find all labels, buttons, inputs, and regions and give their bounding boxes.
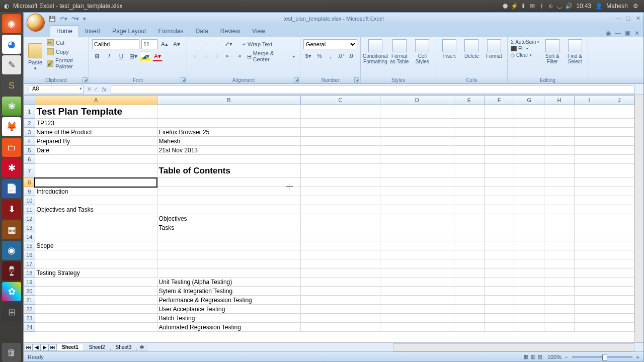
cell[interactable] xyxy=(157,119,301,128)
firefox-icon[interactable]: 🦊 xyxy=(2,117,21,136)
cell[interactable] xyxy=(574,196,604,205)
view-break-icon[interactable]: ▤ xyxy=(537,353,542,360)
chrome-icon[interactable]: ◕ xyxy=(2,35,21,54)
find-select-button[interactable]: Find & Select xyxy=(565,39,585,75)
cell[interactable] xyxy=(35,223,157,232)
cell[interactable] xyxy=(157,196,301,205)
libreoffice-writer-icon[interactable]: 📄 xyxy=(2,179,21,198)
cell[interactable]: User Acceptance Testing xyxy=(157,305,301,314)
row-header[interactable]: 8 xyxy=(24,178,35,187)
row-header[interactable]: 20 xyxy=(24,287,35,296)
cell[interactable] xyxy=(514,323,544,332)
cell[interactable] xyxy=(574,232,604,241)
cell[interactable] xyxy=(514,164,544,178)
cell[interactable] xyxy=(380,323,454,332)
cell[interactable]: Objectives and Tasks xyxy=(35,205,157,214)
cell[interactable] xyxy=(35,155,157,164)
row-header[interactable]: 18 xyxy=(24,268,35,278)
cell[interactable] xyxy=(604,314,634,323)
sort-filter-button[interactable]: Sort & Filter xyxy=(542,39,562,75)
cell[interactable] xyxy=(544,296,575,305)
network-icon[interactable]: ⎋ xyxy=(546,3,555,10)
italic-button[interactable]: I xyxy=(104,51,114,61)
cell[interactable] xyxy=(514,232,544,241)
tab-review[interactable]: Review xyxy=(214,26,246,37)
app-icon[interactable]: ✿ xyxy=(2,282,21,301)
bold-button[interactable]: B xyxy=(92,51,102,61)
cell[interactable] xyxy=(514,223,544,232)
fill-button[interactable]: ⬛Fill▾ xyxy=(511,46,539,51)
text-editor-icon[interactable]: ✎ xyxy=(2,55,21,74)
cell[interactable]: Prepared By xyxy=(35,137,157,146)
align-top-icon[interactable]: ≡ xyxy=(190,39,200,49)
vertical-scrollbar[interactable] xyxy=(634,95,643,342)
row-header[interactable]: 21 xyxy=(24,296,35,305)
column-header[interactable]: D xyxy=(380,96,454,105)
cell[interactable] xyxy=(454,223,485,232)
sheet-tab[interactable]: Sheet1 xyxy=(56,344,84,351)
app-icon[interactable]: ✱ xyxy=(2,158,21,177)
cell[interactable] xyxy=(157,155,301,164)
underline-button[interactable]: U xyxy=(116,51,126,61)
cell[interactable] xyxy=(301,187,380,196)
cell[interactable] xyxy=(574,205,604,214)
cell[interactable] xyxy=(574,278,604,287)
font-color-button[interactable]: A▾ xyxy=(152,51,163,61)
cell[interactable]: Sytem & Integration Testing xyxy=(157,287,301,296)
cell[interactable] xyxy=(454,155,485,164)
cell[interactable] xyxy=(157,250,301,259)
cell[interactable]: Objectives xyxy=(157,214,301,223)
cell[interactable] xyxy=(604,187,634,196)
cell[interactable] xyxy=(301,305,380,314)
cell[interactable] xyxy=(301,128,380,137)
app-icon[interactable]: ⬇ xyxy=(2,200,21,219)
cell[interactable] xyxy=(301,164,380,178)
app-icon[interactable]: ❀ xyxy=(2,97,21,116)
clipboard-dialog-launcher[interactable]: ◢ xyxy=(83,77,88,82)
close-icon[interactable]: ✕ xyxy=(634,15,641,22)
cell[interactable] xyxy=(484,178,514,187)
cell[interactable] xyxy=(380,305,454,314)
cell[interactable] xyxy=(380,119,454,128)
sheet-tab[interactable]: Sheet3 xyxy=(110,344,137,351)
cell[interactable] xyxy=(35,196,157,205)
align-left-icon[interactable]: ≡ xyxy=(190,51,200,61)
cell[interactable] xyxy=(514,155,544,164)
align-center-icon[interactable]: ≡ xyxy=(201,51,211,61)
row-header[interactable]: 12 xyxy=(24,214,35,223)
cell[interactable] xyxy=(604,146,634,155)
shrink-font-icon[interactable]: A▾ xyxy=(172,39,182,49)
cell[interactable]: TP123 xyxy=(35,119,157,128)
cell[interactable] xyxy=(574,250,604,259)
cell[interactable] xyxy=(454,164,485,178)
cell[interactable] xyxy=(380,232,454,241)
cell[interactable] xyxy=(380,146,454,155)
column-header[interactable]: A xyxy=(35,96,157,105)
cell[interactable] xyxy=(484,314,514,323)
cell[interactable] xyxy=(301,223,380,232)
cell[interactable] xyxy=(604,259,634,268)
accounting-icon[interactable]: $▾ xyxy=(303,51,313,61)
cell[interactable] xyxy=(544,155,575,164)
increase-decimal-icon[interactable]: .0⁺ xyxy=(336,51,346,61)
sheet-tab[interactable]: Sheet2 xyxy=(84,344,111,351)
cell[interactable] xyxy=(157,259,301,268)
cell[interactable] xyxy=(301,268,380,278)
cell[interactable] xyxy=(514,268,544,278)
row-header[interactable]: 16 xyxy=(24,250,35,259)
cell[interactable] xyxy=(454,287,485,296)
cell[interactable] xyxy=(604,155,634,164)
cell[interactable]: Tasks xyxy=(157,223,301,232)
cell[interactable] xyxy=(454,205,485,214)
cell[interactable] xyxy=(301,119,380,128)
row-header[interactable]: 4 xyxy=(24,137,35,146)
cell[interactable]: 21st Nov 2013 xyxy=(157,146,301,155)
cell[interactable]: Firefox Browser 25 xyxy=(157,128,301,137)
minimize-icon[interactable]: — xyxy=(614,15,621,22)
cell[interactable] xyxy=(604,296,634,305)
sound-icon[interactable]: 🔊 xyxy=(564,3,573,10)
cell[interactable] xyxy=(157,178,301,187)
cell[interactable] xyxy=(514,196,544,205)
row-header[interactable]: 9 xyxy=(24,187,35,196)
column-header[interactable]: H xyxy=(544,96,575,105)
